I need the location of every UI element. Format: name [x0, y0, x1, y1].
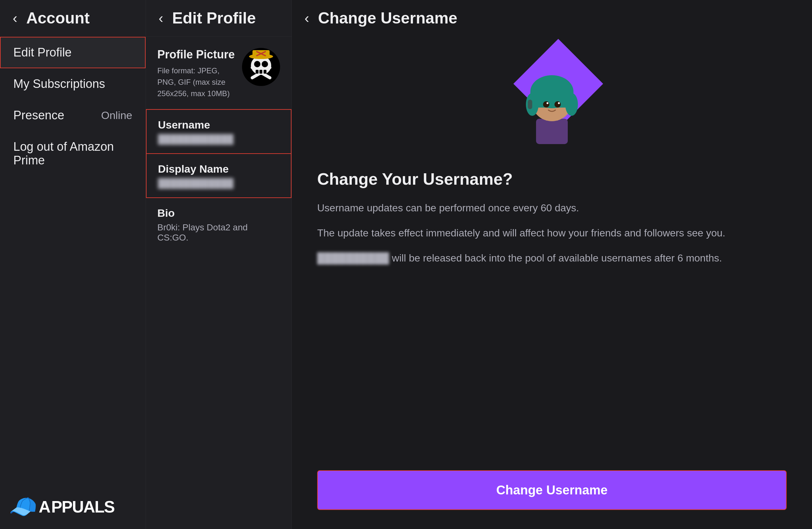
- account-nav: Edit Profile My Subscriptions Presence O…: [0, 30, 146, 183]
- nav-item-presence[interactable]: Presence Online: [0, 100, 146, 131]
- svg-point-21: [554, 101, 561, 108]
- change-username-info-3: ██████████ will be released back into th…: [317, 250, 787, 266]
- profile-picture-label: Profile Picture: [157, 48, 236, 61]
- svg-point-2: [254, 61, 260, 67]
- right-panel-header: ‹ Change Username: [292, 0, 812, 36]
- nav-item-presence-value: Online: [101, 109, 132, 121]
- svg-point-20: [543, 101, 549, 108]
- svg-rect-6: [256, 70, 259, 74]
- nav-item-my-subscriptions[interactable]: My Subscriptions: [0, 68, 146, 100]
- change-username-button[interactable]: Change Username: [317, 470, 787, 510]
- change-username-info-2: The update takes effect immediately and …: [317, 225, 787, 241]
- profile-avatar[interactable]: [242, 48, 280, 86]
- character-svg: [498, 43, 606, 157]
- middle-panel-title: Edit Profile: [172, 9, 256, 27]
- svg-rect-13: [536, 119, 568, 144]
- svg-point-22: [547, 102, 548, 104]
- nav-item-my-subscriptions-label: My Subscriptions: [13, 77, 105, 91]
- svg-point-19: [565, 93, 578, 116]
- username-value: ████████████: [158, 134, 279, 144]
- svg-point-23: [558, 102, 560, 104]
- nav-item-logout-amazon[interactable]: Log out of Amazon Prime: [0, 131, 146, 176]
- svg-rect-8: [264, 70, 266, 74]
- character-illustration: [317, 43, 787, 157]
- display-name-label: Display Name: [158, 163, 279, 175]
- right-panel: ‹ Change Username: [292, 0, 812, 529]
- display-name-field-section[interactable]: Display Name ████████████: [146, 154, 291, 198]
- left-panel-title: Account: [26, 9, 90, 27]
- middle-panel-header: ‹ Edit Profile: [146, 0, 291, 37]
- change-username-info-1: Username updates can be performed once e…: [317, 200, 787, 216]
- appuals-watermark: 🧢 A PPUALS: [9, 493, 114, 520]
- display-name-value: ████████████: [158, 178, 279, 188]
- bio-section: Bio Br0ki: Plays Dota2 and CS:GO.: [146, 198, 291, 252]
- appuals-character-icon: 🧢: [9, 493, 38, 520]
- change-username-info-3-suffix: will be released back into the pool of a…: [389, 252, 722, 264]
- svg-rect-7: [259, 70, 262, 74]
- right-back-arrow[interactable]: ‹: [304, 11, 309, 25]
- left-back-arrow[interactable]: ‹: [13, 11, 17, 25]
- bio-label: Bio: [157, 207, 280, 219]
- change-username-content: Change Your Username? Username updates c…: [292, 36, 812, 470]
- middle-panel: ‹ Edit Profile Profile Picture File form…: [146, 0, 292, 529]
- blurred-username: ██████████: [317, 250, 389, 266]
- svg-point-3: [262, 61, 268, 67]
- profile-picture-sublabel: File format: JPEG, PNG, GIF (max size 25…: [157, 65, 236, 99]
- left-panel: ‹ Account Edit Profile My Subscriptions …: [0, 0, 146, 529]
- right-panel-title: Change Username: [318, 9, 458, 27]
- profile-picture-section: Profile Picture File format: JPEG, PNG, …: [146, 37, 291, 109]
- nav-item-presence-label: Presence: [13, 109, 64, 122]
- username-field-section[interactable]: Username ████████████: [146, 109, 291, 154]
- middle-back-arrow[interactable]: ‹: [159, 11, 163, 25]
- appuals-logo-rest: PPUALS: [52, 497, 115, 516]
- nav-item-logout-amazon-label: Log out of Amazon Prime: [13, 140, 132, 167]
- nav-item-edit-profile-label: Edit Profile: [13, 46, 72, 59]
- change-username-heading: Change Your Username?: [317, 170, 787, 188]
- skull-avatar-svg: [244, 49, 278, 84]
- appuals-logo-text: A: [39, 497, 50, 516]
- svg-rect-24: [528, 100, 532, 109]
- nav-item-edit-profile[interactable]: Edit Profile: [0, 37, 146, 68]
- username-label: Username: [158, 119, 279, 131]
- left-panel-header: ‹ Account: [0, 0, 146, 30]
- bio-text: Br0ki: Plays Dota2 and CS:GO.: [157, 223, 280, 243]
